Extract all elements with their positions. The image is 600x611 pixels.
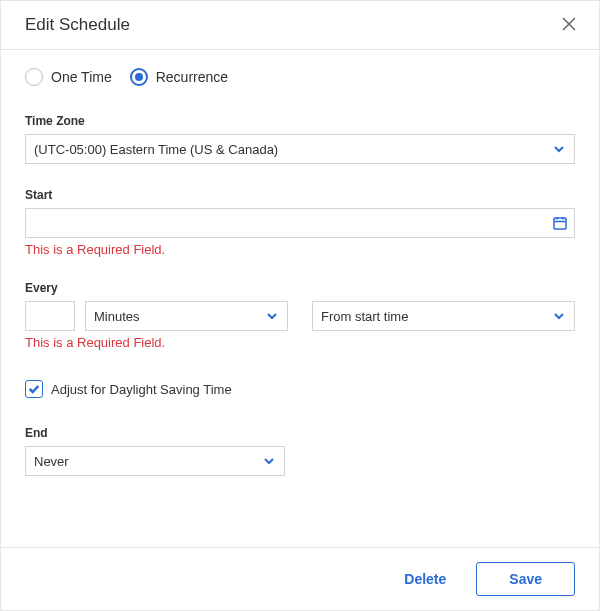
every-amount-input[interactable]	[25, 301, 75, 331]
dst-label: Adjust for Daylight Saving Time	[51, 382, 232, 397]
radio-one-time[interactable]	[25, 68, 43, 86]
every-unit-select[interactable]: Minutes	[85, 301, 288, 331]
every-from-select[interactable]: From start time	[312, 301, 575, 331]
chevron-down-icon	[552, 309, 566, 323]
chevron-down-icon	[262, 454, 276, 468]
edit-schedule-dialog: Edit Schedule One Time Recurrence Time Z…	[0, 0, 600, 611]
dialog-title: Edit Schedule	[25, 15, 130, 35]
delete-button[interactable]: Delete	[398, 570, 452, 588]
save-button[interactable]: Save	[476, 562, 575, 596]
dialog-header: Edit Schedule	[1, 1, 599, 50]
radio-recurrence-label: Recurrence	[156, 69, 228, 85]
end-value: Never	[34, 454, 262, 469]
start-error: This is a Required Field.	[25, 242, 575, 257]
dst-row: Adjust for Daylight Saving Time	[25, 380, 575, 398]
schedule-type-group: One Time Recurrence	[25, 68, 575, 86]
end-field: End Never	[25, 426, 575, 476]
dialog-body: One Time Recurrence Time Zone (UTC-05:00…	[1, 50, 599, 547]
start-date-value	[34, 209, 552, 237]
start-field: Start This is a Required Field.	[25, 188, 575, 257]
close-button[interactable]	[559, 15, 579, 35]
svg-rect-0	[554, 218, 566, 229]
start-label: Start	[25, 188, 575, 202]
every-from-value: From start time	[321, 309, 552, 324]
every-error: This is a Required Field.	[25, 335, 575, 350]
timezone-select[interactable]: (UTC-05:00) Eastern Time (US & Canada)	[25, 134, 575, 164]
end-select[interactable]: Never	[25, 446, 285, 476]
every-unit-value: Minutes	[94, 309, 265, 324]
radio-recurrence[interactable]	[130, 68, 148, 86]
chevron-down-icon	[552, 142, 566, 156]
dst-checkbox[interactable]	[25, 380, 43, 398]
radio-one-time-label: One Time	[51, 69, 112, 85]
timezone-field: Time Zone (UTC-05:00) Eastern Time (US &…	[25, 114, 575, 164]
close-icon	[562, 17, 576, 34]
timezone-label: Time Zone	[25, 114, 575, 128]
calendar-icon[interactable]	[552, 215, 568, 231]
dialog-footer: Delete Save	[1, 547, 599, 610]
start-date-input[interactable]	[25, 208, 575, 238]
every-label: Every	[25, 281, 575, 295]
every-field: Every Minutes From start time	[25, 281, 575, 350]
end-label: End	[25, 426, 575, 440]
chevron-down-icon	[265, 309, 279, 323]
timezone-value: (UTC-05:00) Eastern Time (US & Canada)	[34, 142, 552, 157]
